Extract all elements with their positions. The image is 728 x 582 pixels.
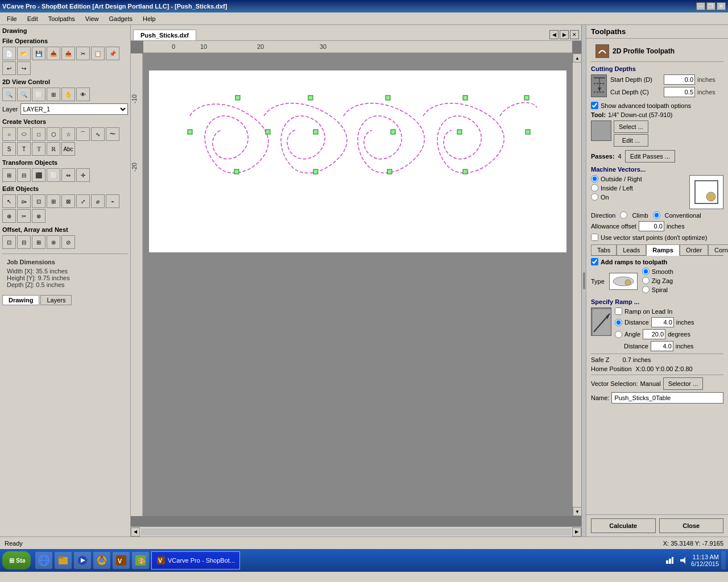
start-button[interactable]: ⊞ Start xyxy=(2,551,31,569)
text4-btn[interactable]: Abc xyxy=(61,142,75,156)
group-btn[interactable]: ⬛ xyxy=(32,168,46,182)
menu-file[interactable]: File xyxy=(2,14,22,23)
draw-wave-btn[interactable]: 〜 xyxy=(106,127,119,141)
edit-passes-btn[interactable]: Edit Passes ... xyxy=(625,150,675,163)
draw-star-btn[interactable]: ☆ xyxy=(61,127,75,141)
undo-btn[interactable]: ↩ xyxy=(2,61,16,75)
outside-right-radio[interactable] xyxy=(591,175,598,182)
import-btn[interactable]: 📥 xyxy=(47,47,60,60)
drawing-area[interactable]: 0 10 20 30 -10 -20 xyxy=(131,41,581,526)
distance-input[interactable] xyxy=(651,317,674,327)
allowance-input[interactable] xyxy=(639,221,664,231)
angle-input[interactable] xyxy=(643,329,665,339)
cut-depth-input[interactable] xyxy=(664,87,695,97)
smooth-radio[interactable] xyxy=(642,268,650,275)
climb-radio[interactable] xyxy=(620,211,627,219)
zoom-all-btn[interactable]: ⬜ xyxy=(32,88,46,101)
menu-view[interactable]: View xyxy=(81,14,104,23)
tab-corners[interactable]: Corners xyxy=(708,244,728,255)
angle-radio[interactable] xyxy=(615,331,622,338)
draw-arc-btn[interactable]: ⌒ xyxy=(76,127,90,141)
close-tab-btn[interactable]: ✕ xyxy=(570,30,579,39)
nest-btn[interactable]: ⊞ xyxy=(32,235,46,249)
zoom-out-btn[interactable]: 🔍 xyxy=(17,88,31,101)
boolean-btn[interactable]: ⊕ xyxy=(2,209,16,223)
distort-btn[interactable]: ⊘ xyxy=(61,235,75,249)
layer-select[interactable]: LAYER_1 xyxy=(20,103,128,115)
node-btn[interactable]: ⌲ xyxy=(17,194,31,208)
copy-btn[interactable]: 📋 xyxy=(91,47,105,60)
menu-help[interactable]: Help xyxy=(138,14,160,23)
select-tool-btn[interactable]: Select ... xyxy=(614,120,648,133)
drawing-tab[interactable]: Drawing xyxy=(2,295,39,305)
dist-btn[interactable]: ⊟ xyxy=(17,168,31,182)
extend-btn[interactable]: ⊗ xyxy=(32,209,46,223)
array-btn[interactable]: ⊟ xyxy=(17,235,31,249)
draw-s-btn[interactable]: S xyxy=(2,142,16,156)
edit4-btn[interactable]: ⤢ xyxy=(76,194,90,208)
text2-btn[interactable]: 𝕋 xyxy=(32,142,46,156)
prev-tab-btn[interactable]: ◀ xyxy=(549,30,559,39)
export-btn[interactable]: 📤 xyxy=(61,47,75,60)
restore-button[interactable]: ❐ xyxy=(706,2,715,10)
scale-btn[interactable]: ⇔ xyxy=(61,168,75,182)
resize-handle[interactable] xyxy=(581,25,586,537)
explorer-icon[interactable] xyxy=(55,552,72,569)
move-btn[interactable]: ✛ xyxy=(76,168,90,182)
ie-icon[interactable] xyxy=(35,552,52,569)
cut-btn[interactable]: ✂ xyxy=(76,47,90,60)
vcarve-icon[interactable]: V xyxy=(113,552,130,569)
zigzag-radio[interactable] xyxy=(642,277,650,284)
h-scrollbar[interactable]: ◀ ▶ xyxy=(131,526,581,537)
distance2-input[interactable] xyxy=(651,341,673,351)
open-file-btn[interactable]: 📂 xyxy=(17,47,31,60)
tab-ramps[interactable]: Ramps xyxy=(646,244,680,256)
scroll-right-btn[interactable]: ▶ xyxy=(572,527,581,537)
tab-tabs[interactable]: Tabs xyxy=(591,244,617,255)
fillet-btn[interactable]: ⌁ xyxy=(106,194,119,208)
select-btn[interactable]: ↖ xyxy=(2,194,16,208)
pattern-btn[interactable]: ⊛ xyxy=(47,235,60,249)
view-btn[interactable]: 👁 xyxy=(76,88,90,101)
text-btn[interactable]: T xyxy=(17,142,31,156)
offset-btn[interactable]: ⊡ xyxy=(2,235,16,249)
text3-btn[interactable]: ℝ xyxy=(47,142,60,156)
inside-left-radio[interactable] xyxy=(591,184,598,192)
edit-tool-btn[interactable]: Edit ... xyxy=(614,134,648,147)
scroll-left-btn[interactable]: ◀ xyxy=(131,527,140,537)
vector-start-checkbox[interactable] xyxy=(591,234,598,241)
close-btn[interactable]: Close xyxy=(659,518,724,533)
zoom-in-btn[interactable]: 🔍 xyxy=(2,88,16,101)
minimize-button[interactable]: — xyxy=(696,2,705,10)
pan-btn[interactable]: ✋ xyxy=(61,88,75,101)
round-btn[interactable]: ⌀ xyxy=(91,194,105,208)
selector-btn[interactable]: Selector ... xyxy=(663,377,704,390)
scroll-track-h[interactable] xyxy=(141,529,571,535)
active-window-btn[interactable]: V VCarve Pro - ShopBot... xyxy=(151,551,240,569)
distance-radio[interactable] xyxy=(615,319,622,326)
node2-btn[interactable]: ⊡ xyxy=(32,194,46,208)
edit3-btn[interactable]: ⊠ xyxy=(61,194,75,208)
start-depth-input[interactable] xyxy=(664,74,695,85)
scroll-down-btn[interactable]: ▼ xyxy=(573,507,581,516)
draw-circle-btn[interactable]: ○ xyxy=(2,127,16,141)
mirror-btn[interactable]: ⬜ xyxy=(47,168,60,182)
show-desktop-btn[interactable] xyxy=(721,551,726,569)
menu-edit[interactable]: Edit xyxy=(23,14,43,23)
chrome-icon[interactable] xyxy=(93,552,110,569)
draw-polygon-btn[interactable]: ⬡ xyxy=(47,127,60,141)
redo-btn[interactable]: ↪ xyxy=(17,61,31,75)
trim-btn[interactable]: ✂ xyxy=(17,209,31,223)
calculate-btn[interactable]: Calculate xyxy=(591,518,656,533)
menu-toolpaths[interactable]: Toolpaths xyxy=(44,14,80,23)
window-controls[interactable]: — ❐ ✕ xyxy=(696,2,726,10)
ramp-lead-checkbox[interactable] xyxy=(615,307,622,315)
paste-btn[interactable]: 📌 xyxy=(106,47,119,60)
paint-icon[interactable]: 🎨 xyxy=(132,552,149,569)
name-input[interactable] xyxy=(611,392,723,404)
conventional-radio[interactable] xyxy=(653,211,660,219)
scroll-up-btn[interactable]: ▲ xyxy=(573,53,581,63)
advanced-opts-checkbox[interactable] xyxy=(591,102,598,109)
menu-gadgets[interactable]: Gadgets xyxy=(104,14,137,23)
draw-rect-btn[interactable]: □ xyxy=(32,127,46,141)
